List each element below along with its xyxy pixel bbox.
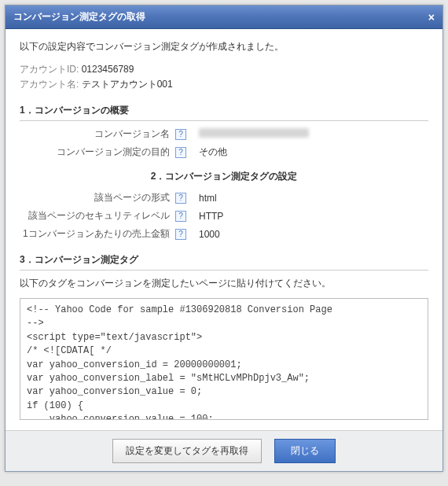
label-security-level-text: 該当ページのセキュリティレベル [28, 210, 170, 221]
label-page-format-text: 該当ページの形式 [94, 192, 170, 203]
help-icon[interactable]: ? [175, 147, 186, 158]
help-icon[interactable]: ? [175, 193, 186, 204]
row-security-level: 該当ページのセキュリティレベル ? HTTP [20, 209, 428, 223]
label-conversion-name-text: コンバージョン名 [94, 128, 170, 139]
help-icon[interactable]: ? [175, 211, 186, 222]
close-icon[interactable]: × [428, 12, 435, 23]
conversion-tag-code[interactable] [20, 298, 428, 420]
label-conversion-price: 1コンバージョンあたりの売上金額 ? [20, 227, 193, 241]
value-page-format: html [193, 193, 217, 204]
dialog-content: 以下の設定内容でコンバージョン測定タグが作成されました。 アカウントID: 01… [6, 29, 442, 430]
account-id-label: アカウントID: [20, 64, 82, 75]
value-conversion-name [193, 128, 309, 140]
help-icon[interactable]: ? [175, 229, 186, 240]
account-name-value: テストアカウント001 [82, 79, 173, 90]
account-name-row: アカウント名: テストアカウント001 [20, 78, 428, 91]
account-id-value: 0123456789 [82, 64, 134, 75]
close-button[interactable]: 閉じる [274, 439, 336, 463]
label-conversion-purpose-text: コンバージョン測定の目的 [57, 146, 170, 157]
label-page-format: 該当ページの形式 ? [20, 191, 193, 204]
row-conversion-name: コンバージョン名 ? [20, 127, 428, 141]
row-page-format: 該当ページの形式 ? html [20, 191, 428, 204]
value-conversion-price: 1000 [193, 229, 220, 240]
redacted-value [199, 128, 309, 138]
intro-text: 以下の設定内容でコンバージョン測定タグが作成されました。 [20, 40, 428, 53]
account-id-row: アカウントID: 0123456789 [20, 63, 428, 76]
value-security-level: HTTP [193, 211, 223, 222]
row-conversion-price: 1コンバージョンあたりの売上金額 ? 1000 [20, 227, 428, 241]
value-conversion-purpose: その他 [193, 145, 227, 159]
label-conversion-price-text: 1コンバージョンあたりの売上金額 [23, 228, 170, 239]
section-2-header: 2．コンバージョン測定タグの設定 [20, 170, 428, 183]
dialog: コンバージョン測定タグの取得 × 以下の設定内容でコンバージョン測定タグが作成さ… [5, 5, 443, 472]
label-conversion-purpose: コンバージョン測定の目的 ? [20, 145, 193, 159]
dialog-title: コンバージョン測定タグの取得 [13, 10, 428, 24]
titlebar: コンバージョン測定タグの取得 × [6, 6, 442, 29]
account-name-label: アカウント名: [20, 79, 82, 90]
section-3-header: 3．コンバージョン測定タグ [20, 249, 428, 271]
section-1-header: 1．コンバージョンの概要 [20, 99, 428, 121]
help-icon[interactable]: ? [175, 129, 186, 140]
label-conversion-name: コンバージョン名 ? [20, 127, 193, 141]
label-security-level: 該当ページのセキュリティレベル ? [20, 209, 193, 223]
dialog-footer: 設定を変更してタグを再取得 閉じる [6, 430, 442, 471]
reget-tag-button[interactable]: 設定を変更してタグを再取得 [112, 439, 262, 463]
row-conversion-purpose: コンバージョン測定の目的 ? その他 [20, 145, 428, 159]
tag-instruction: 以下のタグをコンバージョンを測定したいページに貼り付けてください。 [20, 277, 428, 290]
